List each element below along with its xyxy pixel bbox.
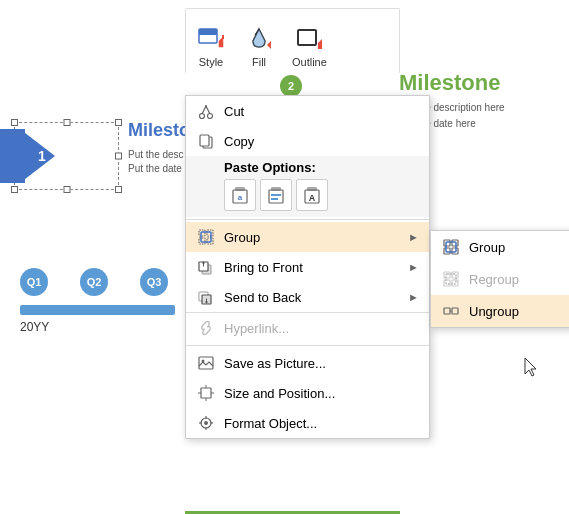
menu-copy[interactable]: Copy — [186, 126, 429, 156]
context-menu: Cut Copy Paste Options: a — [185, 95, 430, 439]
svg-rect-26 — [207, 230, 213, 236]
handle-tr[interactable] — [115, 119, 122, 126]
svg-rect-20 — [271, 194, 281, 196]
svg-rect-40 — [201, 388, 211, 398]
svg-rect-29 — [201, 232, 211, 242]
svg-rect-51 — [444, 240, 450, 246]
ribbon-toolbar: Style Fill Outline — [185, 8, 400, 73]
svg-rect-60 — [446, 274, 456, 284]
svg-point-9 — [208, 114, 213, 119]
svg-rect-62 — [452, 308, 458, 314]
svg-rect-19 — [269, 190, 283, 203]
handle-tm[interactable] — [63, 119, 70, 126]
svg-rect-28 — [207, 238, 213, 244]
outline-label: Outline — [292, 56, 327, 68]
menu-bring-to-front[interactable]: Bring to Front ► — [186, 252, 429, 282]
timeline-bar — [20, 305, 175, 315]
q2-circle: Q2 — [80, 268, 108, 296]
copy-icon — [196, 131, 216, 151]
menu-format-object[interactable]: Format Object... — [186, 408, 429, 438]
group-icon — [196, 227, 216, 247]
ribbon-style-button[interactable]: Style — [196, 24, 226, 68]
paste-btn-text[interactable]: A — [296, 179, 328, 211]
ribbon-fill-button[interactable]: Fill — [244, 24, 274, 68]
handle-tl[interactable] — [11, 119, 18, 126]
menu-size-and-position[interactable]: Size and Position... — [186, 378, 429, 408]
send-to-back-arrow: ► — [408, 291, 419, 303]
submenu-ungroup-item[interactable]: Ungroup — [431, 295, 569, 327]
save-as-picture-label: Save as Picture... — [224, 356, 419, 371]
svg-marker-5 — [267, 41, 271, 49]
ribbon-outline-button[interactable]: Outline — [292, 24, 327, 68]
svg-rect-14 — [200, 135, 209, 146]
svg-rect-1 — [199, 29, 217, 35]
right-milestone-title: Milestone — [399, 70, 549, 96]
svg-rect-21 — [271, 198, 278, 200]
hyperlink-label: Hyperlink... — [224, 321, 419, 336]
save-as-picture-icon — [196, 353, 216, 373]
fill-icon — [244, 24, 274, 54]
separator-2 — [186, 345, 429, 346]
svg-rect-59 — [452, 280, 458, 286]
separator-1 — [186, 219, 429, 220]
send-to-back-icon — [196, 287, 216, 307]
svg-text:a: a — [238, 193, 243, 202]
cut-icon — [196, 101, 216, 121]
paste-options-header: Paste Options: — [186, 156, 429, 175]
submenu-group-icon — [441, 237, 461, 257]
style-icon — [196, 24, 226, 54]
paste-options-row: a A — [186, 175, 429, 217]
svg-rect-53 — [444, 248, 450, 254]
svg-rect-38 — [199, 357, 213, 369]
submenu-group-label: Group — [469, 240, 569, 255]
svg-rect-56 — [444, 272, 450, 278]
svg-rect-52 — [452, 240, 458, 246]
menu-hyperlink: Hyperlink... — [186, 312, 429, 343]
style-label: Style — [199, 56, 223, 68]
submenu-group: Group Regroup — [430, 230, 569, 328]
q3-circle: Q3 — [140, 268, 168, 296]
svg-rect-58 — [444, 280, 450, 286]
svg-point-46 — [204, 421, 208, 425]
bring-to-front-arrow: ► — [408, 261, 419, 273]
bring-to-front-label: Bring to Front — [224, 260, 400, 275]
mouse-cursor — [525, 358, 539, 378]
outline-icon — [294, 24, 324, 54]
q-row: Q1 Q2 Q3 — [20, 268, 168, 296]
group-label: Group — [224, 230, 400, 245]
submenu-ungroup-label: Ungroup — [469, 304, 569, 319]
svg-point-8 — [200, 114, 205, 119]
year-label: 20YY — [20, 320, 49, 334]
paste-btn-default[interactable]: a — [224, 179, 256, 211]
paste-btn-format[interactable] — [260, 179, 292, 211]
q1-circle: Q1 — [20, 268, 48, 296]
submenu-regroup-item: Regroup — [431, 263, 569, 295]
format-object-icon — [196, 413, 216, 433]
slide-area: 1 Milesto Put the desc Put the date 2 Mi… — [0, 0, 569, 514]
svg-rect-27 — [199, 238, 205, 244]
submenu-ungroup-icon — [441, 301, 461, 321]
svg-rect-6 — [298, 30, 316, 45]
menu-group[interactable]: Group ► — [186, 222, 429, 252]
size-position-label: Size and Position... — [224, 386, 419, 401]
menu-cut[interactable]: Cut — [186, 96, 429, 126]
submenu-regroup-icon — [441, 269, 461, 289]
format-object-label: Format Object... — [224, 416, 419, 431]
green-badge: 2 — [280, 75, 302, 97]
copy-label: Copy — [224, 134, 419, 149]
handle-bl[interactable] — [11, 186, 18, 193]
cut-label: Cut — [224, 104, 419, 119]
handle-br[interactable] — [115, 186, 122, 193]
milestone-slide-desc: Put the desc Put the date — [128, 148, 184, 176]
menu-save-as-picture[interactable]: Save as Picture... — [186, 348, 429, 378]
submenu-regroup-label: Regroup — [469, 272, 569, 287]
svg-rect-25 — [199, 230, 205, 236]
menu-send-to-back[interactable]: Send to Back ► — [186, 282, 429, 312]
handle-bm[interactable] — [63, 186, 70, 193]
arrow-shape: 1 — [20, 128, 115, 183]
svg-marker-7 — [318, 39, 322, 49]
send-to-back-label: Send to Back — [224, 290, 400, 305]
submenu-group-item[interactable]: Group — [431, 231, 569, 263]
handle-mr[interactable] — [115, 153, 122, 160]
group-arrow: ► — [408, 231, 419, 243]
